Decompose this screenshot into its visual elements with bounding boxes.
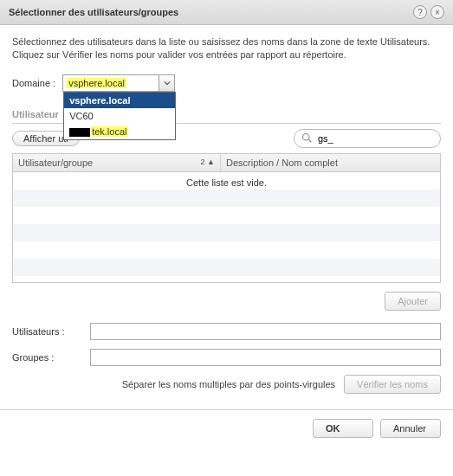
dialog-footer: OK Annuler <box>0 409 453 447</box>
results-grid: Utilisateur/groupe 2 ▲ Description / Nom… <box>12 153 441 283</box>
dialog-title: Sélectionner des utilisateurs/groupes <box>9 7 410 17</box>
grid-empty-text: Cette liste est vide. <box>13 172 440 188</box>
users-field-label: Utilisateurs : <box>12 326 90 337</box>
cancel-button[interactable]: Annuler <box>380 419 441 438</box>
search-input[interactable] <box>316 132 433 145</box>
groups-field[interactable] <box>90 349 441 366</box>
dialog-titlebar: Sélectionner des utilisateurs/groupes ? … <box>0 0 453 25</box>
search-field-wrap[interactable] <box>294 129 441 148</box>
redacted-icon <box>69 128 90 137</box>
separator-hint: Séparer les noms multiples par des point… <box>12 379 344 389</box>
chevron-down-icon <box>159 75 174 91</box>
instructions-text: Sélectionnez des utilisateurs dans la li… <box>12 35 441 62</box>
domain-option-vsphere-local[interactable]: vsphere.local <box>64 93 175 108</box>
domain-option-suffix: tek.local <box>91 126 127 137</box>
users-field[interactable] <box>90 323 441 340</box>
verify-names-button[interactable]: Vérifier les noms <box>344 375 441 394</box>
grid-body: Cette liste est vide. <box>13 172 440 282</box>
grid-header: Utilisateur/groupe 2 ▲ Description / Nom… <box>13 154 440 172</box>
svg-line-1 <box>308 139 311 142</box>
domain-label: Domaine : <box>12 78 55 88</box>
domain-dropdown: vsphere.local VC60 tek.local <box>63 92 176 140</box>
domain-option-tek-local[interactable]: tek.local <box>64 124 175 139</box>
domain-select[interactable]: vsphere.local vsphere.local VC60 tek.loc… <box>62 74 175 92</box>
close-button[interactable]: × <box>430 5 444 19</box>
sort-indicator: 2 ▲ <box>201 158 215 168</box>
domain-select-value: vsphere.local <box>67 78 126 88</box>
groups-field-label: Groupes : <box>12 352 90 363</box>
add-button[interactable]: Ajouter <box>385 292 441 311</box>
help-button[interactable]: ? <box>413 5 427 19</box>
domain-option-vc60[interactable]: VC60 <box>64 108 175 124</box>
svg-point-0 <box>303 133 310 140</box>
grid-col-description[interactable]: Description / Nom complet <box>221 154 440 171</box>
search-icon <box>301 132 312 145</box>
grid-col-user-group[interactable]: Utilisateur/groupe 2 ▲ <box>13 154 221 171</box>
ok-button[interactable]: OK <box>313 419 373 438</box>
